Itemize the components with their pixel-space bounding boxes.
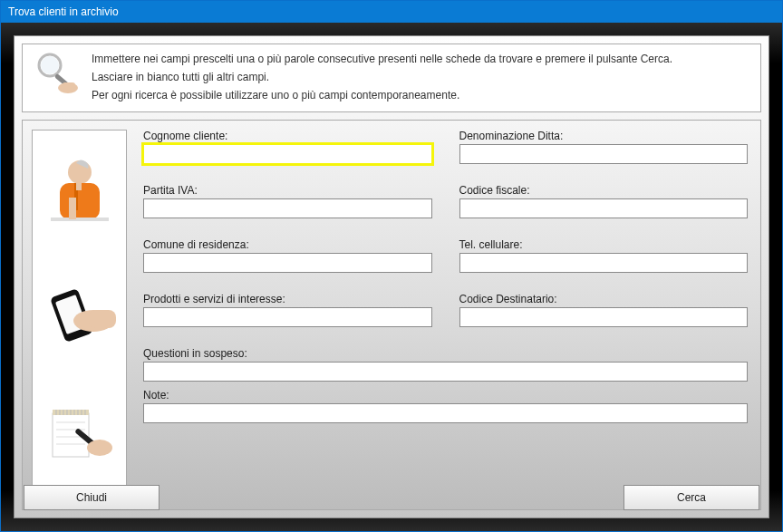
label-partita-iva: Partita IVA: <box>143 184 432 197</box>
input-prodotti[interactable] <box>143 307 432 327</box>
field-cellulare: Tel. cellulare: <box>459 238 749 273</box>
input-note[interactable] <box>143 403 748 423</box>
svg-rect-8 <box>51 218 109 221</box>
input-denominazione[interactable] <box>459 144 749 164</box>
label-codice-fiscale: Codice fiscale: <box>459 184 749 197</box>
outer-frame: Immettere nei campi prescelti una o più … <box>1 23 782 531</box>
svg-point-31 <box>87 440 112 456</box>
svg-rect-4 <box>63 82 75 89</box>
field-comune: Comune di residenza: <box>143 238 432 273</box>
info-line-2: Lasciare in bianco tutti gli altri campi… <box>92 68 672 86</box>
close-button[interactable]: Chiudi <box>24 485 160 510</box>
input-questioni[interactable] <box>143 362 748 382</box>
info-line-1: Immettere nei campi prescelti una o più … <box>92 50 672 68</box>
input-cognome[interactable] <box>143 144 432 164</box>
field-questioni: Questioni in sospeso: <box>143 347 748 382</box>
magnifier-hand-icon <box>30 50 81 95</box>
field-note: Note: <box>143 389 748 423</box>
input-comune[interactable] <box>143 253 432 273</box>
phone-hand-icon <box>39 272 121 358</box>
field-partita-iva: Partita IVA: <box>143 184 432 218</box>
field-codice-fiscale: Codice fiscale: <box>459 184 749 218</box>
info-line-3: Per ogni ricerca è possibile utilizzare … <box>92 86 672 104</box>
input-destinatario[interactable] <box>459 307 749 327</box>
input-partita-iva[interactable] <box>143 198 432 218</box>
svg-rect-14 <box>89 310 116 328</box>
input-codice-fiscale[interactable] <box>459 198 749 218</box>
search-form-panel: Cognome cliente: Denominazione Ditta: Pa… <box>22 120 761 510</box>
label-comune: Comune di residenza: <box>143 238 432 251</box>
info-text: Immettere nei campi prescelti una o più … <box>92 50 672 104</box>
window-titlebar: Trova clienti in archivio <box>1 1 782 23</box>
dialog-surface: Immettere nei campi prescelti una o più … <box>14 35 769 518</box>
svg-rect-10 <box>76 179 82 190</box>
label-note: Note: <box>143 389 748 401</box>
label-prodotti: Prodotti e servizi di interesse: <box>143 293 432 305</box>
input-cellulare[interactable] <box>459 253 749 273</box>
window-title: Trova clienti in archivio <box>8 5 119 18</box>
label-denominazione: Denominazione Ditta: <box>459 130 749 142</box>
notepad-pen-icon <box>39 392 121 478</box>
field-destinatario: Codice Destinatario: <box>459 293 749 327</box>
field-denominazione: Denominazione Ditta: <box>459 130 749 164</box>
form-fields: Cognome cliente: Denominazione Ditta: Pa… <box>143 130 748 500</box>
search-button[interactable]: Cerca <box>624 485 759 510</box>
field-cognome: Cognome cliente: <box>143 130 432 164</box>
button-row: Chiudi Cerca <box>22 485 761 510</box>
window: Trova clienti in archivio Immettere nei … <box>0 0 783 532</box>
info-panel: Immettere nei campi prescelti una o più … <box>22 44 761 112</box>
svg-point-1 <box>41 56 59 74</box>
field-prodotti: Prodotti e servizi di interesse: <box>143 293 432 327</box>
svg-rect-9 <box>69 198 76 219</box>
label-cognome: Cognome cliente: <box>143 130 432 142</box>
person-thinking-icon <box>39 152 121 238</box>
label-cellulare: Tel. cellulare: <box>459 238 749 251</box>
label-questioni: Questioni in sospeso: <box>143 347 748 360</box>
label-destinatario: Codice Destinatario: <box>459 293 749 305</box>
image-strip <box>32 130 127 500</box>
